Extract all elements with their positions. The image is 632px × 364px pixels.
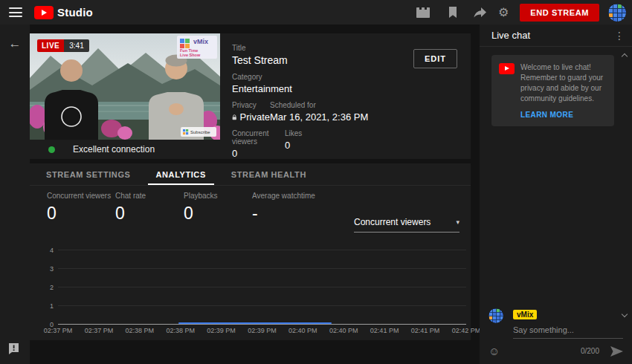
svg-text:Subscribe: Subscribe [190, 130, 210, 134]
chat-user-avatar [488, 308, 503, 323]
gridline [58, 287, 466, 287]
scheduled-label: Scheduled for [270, 101, 419, 109]
y-tick-label: 2 [42, 284, 54, 291]
chat-title: Live chat [491, 30, 530, 41]
chart-plot: 01234 [58, 250, 466, 325]
metric-concurrent-viewers: Concurrent viewers 0 [47, 192, 115, 224]
settings-gear-icon[interactable]: ⚙ [494, 4, 512, 22]
tab-bar: STREAM SETTINGS ANALYTICS STREAM HEALTH [30, 163, 471, 186]
metrics-row: Concurrent viewers 0 Chat rate 0 Playbac… [47, 192, 315, 224]
kebab-menu-icon[interactable]: ⋮ [613, 30, 626, 42]
back-arrow-icon[interactable]: ← [0, 33, 30, 54]
stream-category: Entertainment [232, 83, 419, 94]
gridline [58, 250, 466, 250]
youtube-logo-icon[interactable] [34, 6, 54, 19]
metric-chat-rate: Chat rate 0 [115, 192, 184, 224]
metric-average-watchtime: Average watchtime - [252, 192, 315, 224]
welcome-message-text: Welcome to live chat! Remember to guard … [520, 62, 607, 104]
metric-select-dropdown[interactable]: Concurrent viewers ▾ [354, 217, 460, 233]
metric-playbacks: Playbacks 0 [184, 192, 252, 224]
analytics-card: STREAM SETTINGS ANALYTICS STREAM HEALTH … [30, 163, 471, 340]
chat-input-area: vMix Say something... ☺ 0/200 [480, 301, 632, 364]
connection-status-text: Excellent connection [73, 144, 155, 155]
learn-more-link[interactable]: LEARN MORE [520, 111, 607, 119]
gridline [58, 324, 466, 325]
chat-message-input[interactable]: Say something... [513, 325, 623, 339]
account-avatar[interactable] [608, 4, 626, 22]
chart-line-series [178, 322, 332, 324]
svg-text:Fun Time: Fun Time [180, 48, 198, 53]
chat-header: Live chat ⋮ [480, 25, 632, 47]
x-axis-labels: 02:37 PM02:37 PM02:38 PM02:38 PM02:39 PM… [39, 327, 485, 334]
y-tick-label: 4 [42, 247, 54, 254]
top-bar: Studio ⚙ END STREAM [0, 0, 632, 25]
privacy-value: Private [240, 111, 270, 123]
studio-brand-label: Studio [57, 6, 93, 19]
svg-text:Live Show: Live Show [180, 53, 201, 57]
stream-title: Test Stream [232, 54, 419, 66]
hamburger-menu-icon[interactable] [9, 7, 22, 17]
scheduled-value: Mar 16, 2021, 2:36 PM [270, 111, 419, 123]
movies-icon[interactable] [414, 4, 432, 22]
elapsed-time: 3:41 [64, 39, 88, 52]
live-video-preview[interactable]: vMix Fun Time Live Show Subscribe LIVE 3… [30, 33, 220, 140]
chevron-down-icon: ▾ [456, 218, 460, 226]
x-tick-label: 02:39 PM [243, 327, 280, 334]
chat-username-badge: vMix [513, 310, 537, 319]
emoji-icon[interactable]: ☺ [488, 345, 500, 357]
live-chat-panel: Live chat ⋮ Welcome to live chat! Rememb… [480, 25, 632, 364]
privacy-label: Privacy [232, 101, 270, 109]
x-tick-label: 02:41 PM [366, 327, 403, 334]
left-rail: ← [0, 25, 30, 364]
x-tick-label: 02:40 PM [325, 327, 362, 334]
svg-text:vMix: vMix [193, 38, 208, 45]
connection-status-row: Excellent connection [30, 140, 471, 159]
scroll-up-icon[interactable] [622, 53, 628, 59]
x-tick-label: 02:39 PM [203, 327, 240, 334]
youtube-icon [499, 63, 515, 74]
x-tick-label: 02:40 PM [284, 327, 321, 334]
category-label: Category [232, 73, 419, 81]
tab-stream-settings[interactable]: STREAM SETTINGS [38, 163, 139, 185]
tab-stream-health[interactable]: STREAM HEALTH [223, 163, 315, 185]
y-tick-label: 3 [42, 265, 54, 273]
x-tick-label: 02:37 PM [39, 327, 77, 334]
tab-analytics[interactable]: ANALYTICS [148, 163, 214, 185]
x-tick-label: 02:38 PM [162, 327, 199, 334]
stream-info-card: vMix Fun Time Live Show Subscribe LIVE 3… [30, 33, 471, 159]
gridline [58, 268, 466, 269]
title-label: Title [232, 44, 419, 52]
x-tick-label: 02:41 PM [407, 327, 444, 334]
gridline [58, 305, 466, 306]
lock-icon [232, 113, 237, 122]
chat-welcome-card: Welcome to live chat! Remember to guard … [491, 55, 614, 126]
y-tick-label: 1 [42, 302, 54, 310]
feedback-icon[interactable] [7, 342, 20, 358]
live-badge: LIVE 3:41 [37, 39, 89, 52]
x-tick-label: 02:37 PM [80, 327, 117, 334]
live-label: LIVE [37, 39, 64, 52]
end-stream-button[interactable]: END STREAM [520, 4, 599, 22]
connection-status-dot [48, 146, 55, 153]
share-icon[interactable] [471, 4, 488, 22]
bookmark-icon[interactable] [444, 4, 462, 22]
char-counter: 0/200 [581, 347, 599, 355]
x-tick-label: 02:38 PM [121, 327, 158, 334]
vmix-logo-overlay: vMix Fun Time Live Show [177, 36, 217, 59]
edit-button[interactable]: EDIT [413, 49, 457, 68]
send-icon[interactable] [610, 346, 623, 357]
subscribe-overlay: Subscribe [181, 127, 216, 137]
likes-label: Likes [285, 129, 302, 137]
